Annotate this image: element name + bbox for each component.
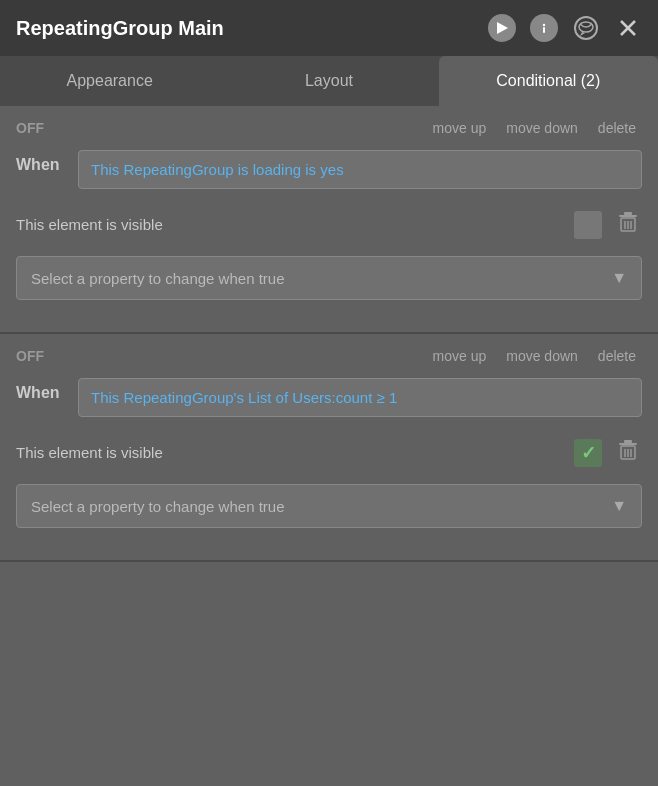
- content-area: OFF move up move down delete When This R…: [0, 106, 658, 786]
- move-up-button-1[interactable]: move up: [427, 118, 493, 138]
- toggle-2[interactable]: ✓: [574, 439, 602, 467]
- condition-block-1: OFF move up move down delete When This R…: [0, 106, 658, 334]
- status-badge-2: OFF: [16, 348, 44, 364]
- property-row-1: This element is visible: [0, 201, 658, 248]
- control-bar-2: OFF move up move down delete: [0, 334, 658, 374]
- tab-bar: Appearance Layout Conditional (2): [0, 56, 658, 106]
- dropdown-arrow-2: ▼: [611, 497, 627, 515]
- when-row-2: When This RepeatingGroup's List of Users…: [0, 374, 658, 429]
- svg-rect-13: [619, 443, 637, 445]
- svg-point-3: [575, 17, 597, 39]
- select-row-1: Select a property to change when true ▼: [0, 248, 658, 316]
- property-label-2: This element is visible: [16, 444, 562, 461]
- svg-marker-0: [497, 22, 508, 34]
- delete-button-2[interactable]: delete: [592, 346, 642, 366]
- delete-button-1[interactable]: delete: [592, 118, 642, 138]
- when-row-1: When This RepeatingGroup is loading is y…: [0, 146, 658, 201]
- property-label-1: This element is visible: [16, 216, 562, 233]
- select-dropdown-1[interactable]: Select a property to change when true ▼: [16, 256, 642, 300]
- select-placeholder-1: Select a property to change when true: [31, 270, 285, 287]
- select-row-2: Select a property to change when true ▼: [0, 476, 658, 544]
- toggle-1[interactable]: [574, 211, 602, 239]
- chat-icon[interactable]: [572, 14, 600, 42]
- property-row-2: This element is visible ✓: [0, 429, 658, 476]
- check-mark-2: ✓: [581, 442, 596, 464]
- move-up-button-2[interactable]: move up: [427, 346, 493, 366]
- control-bar-1: OFF move up move down delete: [0, 106, 658, 146]
- svg-rect-7: [619, 215, 637, 217]
- select-placeholder-2: Select a property to change when true: [31, 498, 285, 515]
- window: RepeatingGroup Main: [0, 0, 658, 786]
- title-bar: RepeatingGroup Main: [0, 0, 658, 56]
- when-label-2: When: [16, 378, 66, 402]
- status-badge-1: OFF: [16, 120, 44, 136]
- trash-icon-1[interactable]: [614, 209, 642, 240]
- svg-rect-8: [624, 212, 632, 215]
- svg-rect-14: [624, 440, 632, 443]
- condition-text-2[interactable]: This RepeatingGroup's List of Users:coun…: [78, 378, 642, 417]
- move-down-button-2[interactable]: move down: [500, 346, 584, 366]
- play-icon[interactable]: [488, 14, 516, 42]
- move-down-button-1[interactable]: move down: [500, 118, 584, 138]
- when-label-1: When: [16, 150, 66, 174]
- svg-rect-2: [543, 27, 545, 33]
- title-bar-icons: [488, 14, 642, 42]
- dropdown-arrow-1: ▼: [611, 269, 627, 287]
- condition-text-1[interactable]: This RepeatingGroup is loading is yes: [78, 150, 642, 189]
- condition-block-2: OFF move up move down delete When This R…: [0, 334, 658, 562]
- close-icon[interactable]: [614, 14, 642, 42]
- tab-conditional[interactable]: Conditional (2): [439, 56, 658, 106]
- trash-icon-2[interactable]: [614, 437, 642, 468]
- window-title: RepeatingGroup Main: [16, 17, 224, 40]
- tab-appearance[interactable]: Appearance: [0, 56, 219, 106]
- tab-layout[interactable]: Layout: [219, 56, 438, 106]
- info-icon[interactable]: [530, 14, 558, 42]
- svg-point-1: [543, 24, 545, 26]
- select-dropdown-2[interactable]: Select a property to change when true ▼: [16, 484, 642, 528]
